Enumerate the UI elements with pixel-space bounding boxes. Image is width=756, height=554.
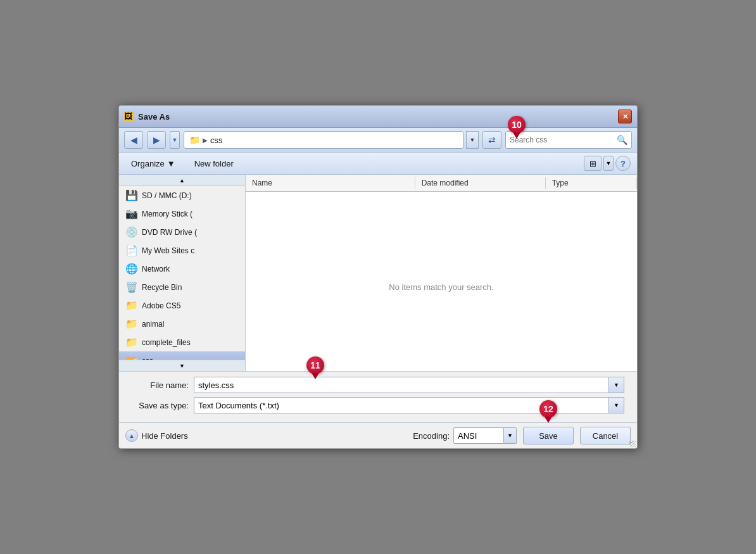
sidebar-item-my-web-sites[interactable]: 📄 My Web Sites c: [119, 241, 245, 260]
memory-stick-icon: 📷: [125, 208, 138, 220]
search-input[interactable]: [510, 135, 614, 144]
encoding-select: ▼: [453, 427, 517, 444]
path-text: css: [210, 135, 223, 145]
sidebar-item-memory-stick[interactable]: 📷 Memory Stick (: [119, 205, 245, 223]
bottom-section: File name: ▼ 11 Save as type: ▼: [119, 371, 637, 422]
sidebar: ▲ 💾 SD / MMC (D:) 📷 Memory Stick ( 💿 DVD…: [119, 175, 246, 371]
history-dropdown[interactable]: ▼: [170, 131, 180, 149]
search-icon[interactable]: 🔍: [617, 135, 627, 145]
save-button[interactable]: Save: [523, 427, 574, 444]
sidebar-item-animal[interactable]: 📁 animal: [119, 315, 245, 333]
resize-grip[interactable]: [629, 441, 636, 447]
cancel-button[interactable]: Cancel: [580, 427, 631, 444]
adobe-cs5-icon: 📁: [125, 299, 138, 312]
css-icon: 📂: [125, 355, 138, 360]
sidebar-item-sd-mmc[interactable]: 💾 SD / MMC (D:): [119, 186, 245, 205]
toolbar: Organize ▼ New folder ⊞ ▼ ?: [119, 153, 637, 175]
help-button[interactable]: ?: [615, 156, 631, 171]
refresh-button[interactable]: ⇄: [482, 131, 501, 149]
my-web-sites-icon: 📄: [125, 244, 138, 256]
dvd-rw-label: DVD RW Drive (: [142, 228, 197, 237]
address-bar: ◀ ▶ ▼ 📁 ▶ css ▼ 10 ⇄ 🔍: [119, 128, 637, 153]
encoding-input[interactable]: [453, 427, 504, 444]
title-bar: 🖼 Save As ✕: [119, 106, 637, 128]
recycle-bin-label: Recycle Bin: [142, 283, 182, 292]
address-path[interactable]: 📁 ▶ css: [184, 131, 463, 149]
my-web-sites-label: My Web Sites c: [142, 246, 194, 255]
title-bar-left: 🖼 Save As: [124, 111, 170, 122]
animal-label: animal: [142, 320, 164, 329]
file-list-header: Name Date modified Type: [246, 175, 637, 192]
address-dropdown-arrow[interactable]: ▼: [466, 131, 479, 149]
sidebar-scroll: 💾 SD / MMC (D:) 📷 Memory Stick ( 💿 DVD R…: [119, 186, 245, 360]
sidebar-item-adobe-cs5[interactable]: 📁 Adobe CS5: [119, 296, 245, 315]
encoding-label: Encoding:: [413, 431, 450, 441]
new-folder-label: New folder: [194, 159, 234, 168]
view-icon-button[interactable]: ⊞: [584, 156, 602, 171]
dialog-title: Save As: [138, 112, 170, 122]
folder-icon: 📁: [189, 135, 200, 145]
close-button[interactable]: ✕: [618, 110, 632, 123]
save-as-dialog: 🖼 Save As ✕ ◀ ▶ ▼ 📁 ▶ css ▼ 10 ⇄ 🔍: [118, 105, 638, 449]
col-header-date[interactable]: Date modified: [415, 177, 546, 189]
path-separator: ▶: [203, 137, 208, 144]
memory-stick-label: Memory Stick (: [142, 210, 192, 218]
sidebar-item-css[interactable]: 📂 css: [119, 351, 245, 360]
dvd-rw-icon: 💿: [125, 226, 138, 238]
back-button[interactable]: ◀: [124, 131, 143, 149]
address-area: 📁 ▶ css ▼ 10: [184, 131, 479, 149]
file-name-input-group: ▼: [194, 377, 624, 393]
col-header-type[interactable]: Type: [546, 177, 637, 189]
sidebar-item-complete-files[interactable]: 📁 complete_files: [119, 333, 245, 351]
animal-icon: 📁: [125, 318, 138, 330]
new-folder-button[interactable]: New folder: [189, 156, 239, 171]
file-name-input[interactable]: [194, 377, 609, 393]
scroll-down-button[interactable]: ▼: [119, 360, 245, 371]
search-box: 🔍: [505, 131, 632, 149]
network-icon: 🌐: [125, 263, 138, 275]
save-btn-wrapper: 12 Save: [523, 427, 574, 444]
encoding-dropdown[interactable]: ▼: [504, 427, 517, 444]
save-type-label: Save as type:: [132, 401, 189, 410]
sd-mmc-icon: 💾: [125, 189, 138, 201]
adobe-cs5-label: Adobe CS5: [142, 301, 180, 310]
organize-button[interactable]: Organize ▼: [125, 156, 181, 171]
sidebar-item-network[interactable]: 🌐 Network: [119, 260, 245, 278]
view-arrow-button[interactable]: ▼: [603, 156, 614, 171]
badge-11: 11: [306, 356, 324, 374]
footer-right: Encoding: ▼ 12 Save Cancel: [413, 427, 631, 444]
file-list: Name Date modified Type No items match y…: [246, 175, 637, 371]
recycle-bin-icon: 🗑️: [125, 281, 138, 293]
save-type-dropdown[interactable]: ▼: [609, 397, 624, 413]
organize-label: Organize: [131, 159, 165, 168]
sidebar-item-recycle-bin[interactable]: 🗑️ Recycle Bin: [119, 278, 245, 296]
hide-folders-icon: ▲: [125, 429, 138, 442]
complete-files-icon: 📁: [125, 336, 138, 348]
hide-folders-label: Hide Folders: [141, 431, 188, 441]
footer-bar: ▲ Hide Folders Encoding: ▼ 12 Save Cance…: [119, 422, 637, 448]
col-header-name[interactable]: Name: [246, 177, 415, 189]
network-label: Network: [142, 265, 170, 274]
sd-mmc-label: SD / MMC (D:): [142, 191, 192, 200]
badge-12: 12: [539, 400, 557, 418]
file-name-row: File name: ▼ 11: [132, 377, 624, 393]
file-list-body: No items match your search.: [246, 192, 637, 371]
save-type-input-group: ▼: [194, 397, 624, 413]
empty-message: No items match your search.: [389, 282, 493, 292]
hide-folders-button[interactable]: ▲ Hide Folders: [125, 429, 188, 442]
scroll-up-button[interactable]: ▲: [119, 175, 245, 186]
dialog-icon: 🖼: [124, 111, 134, 122]
file-name-label: File name:: [132, 381, 189, 390]
badge-10: 10: [508, 116, 526, 134]
encoding-group: Encoding: ▼: [413, 427, 517, 444]
file-name-dropdown[interactable]: ▼: [609, 377, 624, 393]
forward-button[interactable]: ▶: [147, 131, 166, 149]
view-controls: ⊞ ▼ ?: [584, 156, 631, 171]
sidebar-item-dvd-rw[interactable]: 💿 DVD RW Drive (: [119, 223, 245, 241]
main-content: ▲ 💾 SD / MMC (D:) 📷 Memory Stick ( 💿 DVD…: [119, 175, 637, 371]
complete-files-label: complete_files: [142, 338, 191, 347]
organize-arrow: ▼: [167, 159, 175, 168]
